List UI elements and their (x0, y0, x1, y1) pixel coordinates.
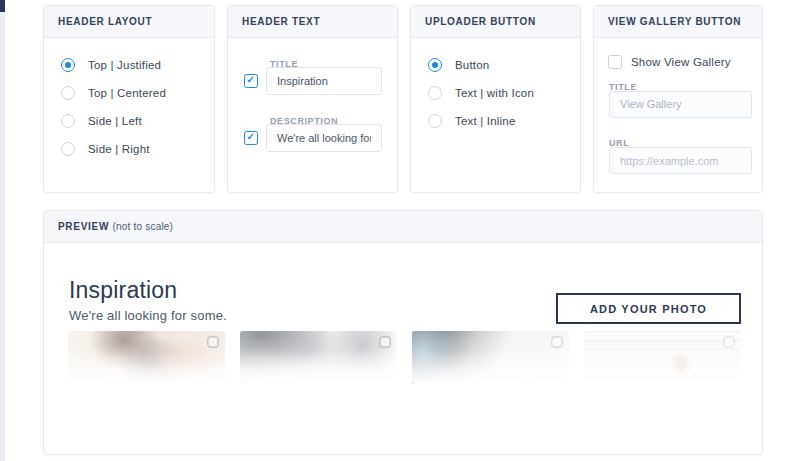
thumbnail-fade-overlay (68, 331, 225, 384)
layout-option-side-right[interactable]: Side | Right (61, 139, 150, 159)
radio-icon[interactable] (428, 114, 442, 128)
thumbnail-fade-overlay (412, 331, 569, 384)
gallery-thumbnail-2 (240, 331, 397, 384)
preview-panel: PREVIEW (not to scale) Inspiration We're… (43, 210, 763, 455)
radio-icon[interactable] (428, 86, 442, 100)
preview-header: PREVIEW (not to scale) (44, 211, 762, 243)
preview-note: (not to scale) (113, 221, 174, 232)
instagram-icon (207, 336, 219, 348)
view-gallery-panel: VIEW GALLERY BUTTON Show View Gallery TI… (593, 5, 763, 193)
instagram-icon (551, 336, 563, 348)
instagram-icon (379, 336, 391, 348)
instagram-icon (723, 336, 735, 348)
radio-selected-icon[interactable] (61, 58, 75, 72)
uploader-option-text-with-icon[interactable]: Text | with Icon (428, 83, 534, 103)
panel-title: HEADER TEXT (228, 6, 397, 38)
panel-title: UPLOADER BUTTON (411, 6, 580, 38)
show-view-gallery-toggle[interactable]: Show View Gallery (608, 52, 731, 72)
header-layout-panel: HEADER LAYOUT Top | Justified Top | Cent… (43, 5, 215, 193)
uploader-button-panel: UPLOADER BUTTON Button Text | with Icon … (410, 5, 581, 193)
radio-icon[interactable] (61, 142, 75, 156)
radio-icon[interactable] (61, 86, 75, 100)
preview-title: PREVIEW (58, 221, 109, 232)
panel-title: VIEW GALLERY BUTTON (594, 6, 762, 38)
header-text-panel: HEADER TEXT TITLE DESCRIPTION (227, 5, 398, 193)
gallery-url-input[interactable] (609, 147, 752, 174)
description-input[interactable] (266, 124, 382, 152)
layout-option-top-justified[interactable]: Top | Justified (61, 55, 161, 75)
uploader-option-text-inline[interactable]: Text | Inline (428, 111, 516, 131)
panel-title: HEADER LAYOUT (44, 6, 214, 38)
thumbnail-fade-overlay (240, 331, 397, 384)
show-view-gallery-checkbox[interactable] (608, 55, 622, 69)
thumbnail-fade-overlay (584, 331, 741, 384)
layout-option-top-centered[interactable]: Top | Centered (61, 83, 166, 103)
gallery-title-input[interactable]: View Gallery (609, 91, 752, 118)
radio-selected-icon[interactable] (428, 58, 442, 72)
gallery-preview-title: Inspiration (69, 277, 177, 304)
gallery-thumbnail-1 (68, 331, 225, 384)
settings-page: HEADER LAYOUT Top | Justified Top | Cent… (0, 0, 809, 461)
scrollbar-track (0, 0, 5, 461)
gallery-thumbnail-3 (412, 331, 569, 384)
radio-icon[interactable] (61, 114, 75, 128)
uploader-option-button[interactable]: Button (428, 55, 489, 75)
title-input[interactable] (266, 67, 382, 95)
gallery-thumbnail-4 (584, 331, 741, 384)
scrollbar-thumb[interactable] (0, 0, 5, 12)
add-your-photo-button[interactable]: ADD YOUR PHOTO (556, 293, 741, 324)
title-checkbox[interactable] (244, 74, 258, 88)
description-checkbox[interactable] (244, 131, 258, 145)
layout-option-side-left[interactable]: Side | Left (61, 111, 142, 131)
gallery-preview-description: We're all looking for some. (69, 308, 227, 323)
